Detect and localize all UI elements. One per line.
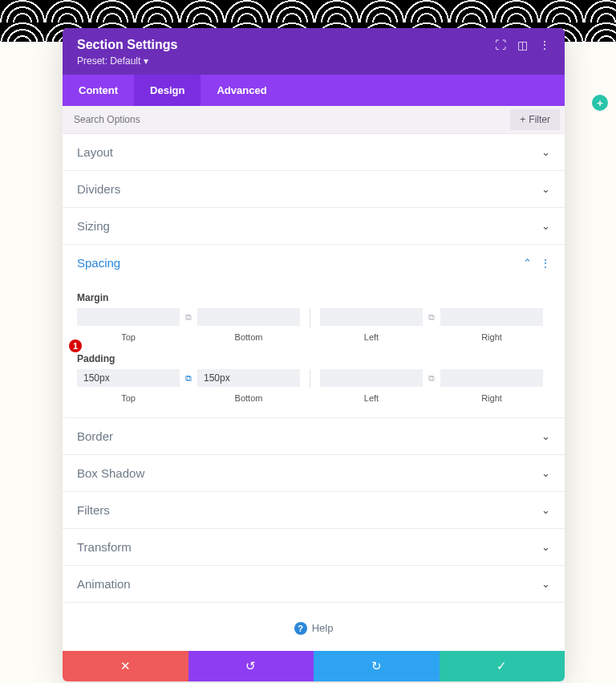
modal-title: Section Settings [77, 38, 177, 52]
padding-bottom-input[interactable] [197, 369, 300, 387]
add-section-fab[interactable]: + [592, 95, 608, 111]
undo-button[interactable]: ↺ [188, 651, 314, 681]
chevron-down-icon: ⌄ [541, 183, 550, 195]
search-row: + Filter [63, 106, 565, 134]
panel-body: Layout ⌄ Dividers ⌄ Sizing ⌄ Spacing ⌃ ⋮… [63, 134, 565, 651]
help-link[interactable]: ?Help [63, 603, 565, 651]
save-button[interactable]: ✓ [440, 651, 565, 681]
chevron-down-icon: ⌄ [541, 220, 550, 232]
undo-icon: ↺ [245, 659, 256, 673]
chevron-down-icon: ⌄ [541, 504, 550, 516]
tab-advanced[interactable]: Advanced [201, 75, 282, 106]
chevron-down-icon: ⌄ [541, 541, 550, 553]
tab-content[interactable]: Content [63, 75, 134, 106]
link-icon[interactable]: ⧉ [180, 369, 197, 387]
accordion-dividers[interactable]: Dividers ⌄ [63, 171, 565, 208]
help-icon: ? [294, 622, 307, 635]
expand-icon[interactable]: ⛶ [495, 39, 506, 51]
preset-dropdown[interactable]: Preset: Default ▾ [77, 55, 550, 67]
modal-footer: ✕ ↺ ↻ ✓ [63, 651, 565, 681]
filter-button[interactable]: + Filter [510, 109, 560, 130]
margin-label: Margin [77, 292, 550, 303]
accordion-transform[interactable]: Transform ⌄ [63, 529, 565, 566]
chevron-down-icon: ⌄ [541, 146, 550, 158]
accordion-filters[interactable]: Filters ⌄ [63, 492, 565, 529]
margin-left-input[interactable] [320, 308, 423, 326]
padding-right-input[interactable] [440, 369, 543, 387]
accordion-layout[interactable]: Layout ⌄ [63, 134, 565, 171]
annotation-badge-1: 1 [69, 339, 82, 352]
redo-button[interactable]: ↻ [314, 651, 440, 681]
link-icon[interactable]: ⧉ [423, 369, 440, 387]
spacing-section-body: Margin ⧉ ⧉ Top Bottom Left [63, 292, 565, 417]
chevron-up-icon: ⌃ [523, 257, 532, 269]
check-icon: ✓ [496, 659, 507, 673]
accordion-box-shadow[interactable]: Box Shadow ⌄ [63, 455, 565, 492]
padding-top-input[interactable] [77, 369, 180, 387]
kebab-menu-icon[interactable]: ⋮ [539, 39, 550, 51]
columns-icon[interactable]: ◫ [517, 39, 528, 51]
margin-right-input[interactable] [440, 308, 543, 326]
chevron-down-icon: ⌄ [541, 430, 550, 442]
settings-modal: Section Settings ⛶ ◫ ⋮ Preset: Default ▾… [63, 28, 565, 681]
divider [310, 308, 310, 327]
margin-top-input[interactable] [77, 308, 180, 326]
chevron-down-icon: ▾ [144, 55, 148, 67]
link-icon[interactable]: ⧉ [180, 308, 197, 326]
tab-design[interactable]: Design [134, 75, 201, 106]
tabs-bar: Content Design Advanced [63, 75, 565, 106]
discard-button[interactable]: ✕ [63, 651, 188, 681]
accordion-spacing[interactable]: Spacing ⌃ ⋮ [63, 245, 565, 281]
close-icon: ✕ [120, 659, 131, 673]
accordion-sizing[interactable]: Sizing ⌄ [63, 208, 565, 245]
divider [310, 369, 310, 388]
padding-left-input[interactable] [320, 369, 423, 387]
plus-icon: + [520, 114, 525, 125]
chevron-down-icon: ⌄ [541, 467, 550, 479]
accordion-animation[interactable]: Animation ⌄ [63, 566, 565, 603]
link-icon[interactable]: ⧉ [423, 308, 440, 326]
redo-icon: ↻ [371, 659, 382, 673]
margin-bottom-input[interactable] [197, 308, 300, 326]
search-input[interactable] [63, 106, 510, 133]
accordion-border[interactable]: Border ⌄ [63, 417, 565, 455]
padding-label: Padding [77, 353, 550, 364]
chevron-down-icon: ⌄ [541, 578, 550, 590]
modal-header: Section Settings ⛶ ◫ ⋮ Preset: Default ▾ [63, 28, 565, 75]
kebab-menu-icon[interactable]: ⋮ [540, 257, 550, 270]
